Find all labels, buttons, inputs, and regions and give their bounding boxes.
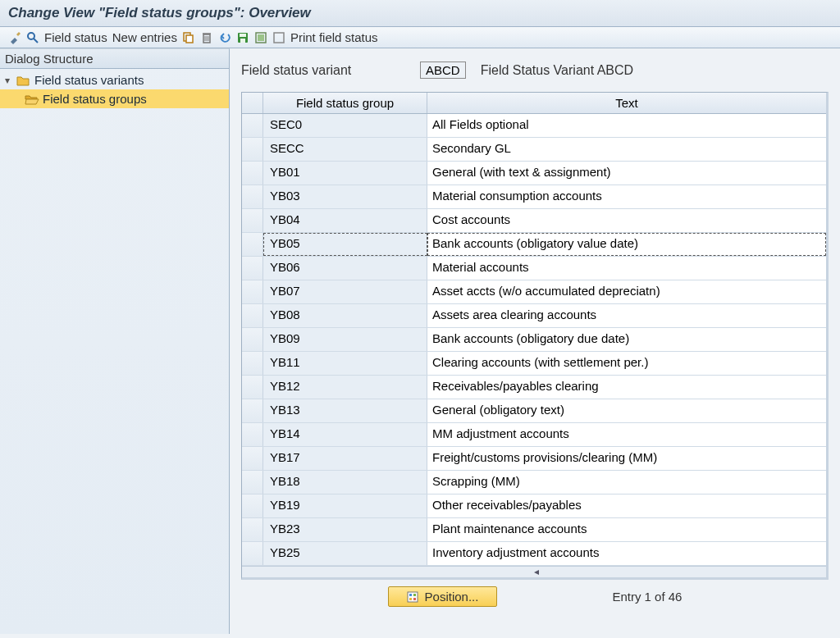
cell-text[interactable]: MM adjustment accounts xyxy=(427,423,826,446)
delete-icon[interactable] xyxy=(200,31,213,44)
cell-code[interactable]: YB08 xyxy=(263,304,427,327)
row-selector[interactable] xyxy=(242,280,263,303)
scroll-left-icon[interactable]: ◂ xyxy=(534,566,539,577)
field-status-action[interactable]: Field status xyxy=(44,30,107,44)
cell-code[interactable]: YB11 xyxy=(263,352,427,375)
save-icon[interactable] xyxy=(236,31,249,44)
column-header-text[interactable]: Text xyxy=(427,93,826,113)
undo-icon[interactable] xyxy=(218,31,231,44)
cell-text[interactable]: Assets area clearing accounts xyxy=(427,304,826,327)
table-row[interactable]: YB14MM adjustment accounts xyxy=(242,423,826,447)
table-row[interactable]: YB17Freight/customs provisions/clearing … xyxy=(242,447,826,471)
row-selector[interactable] xyxy=(242,328,263,351)
row-selector[interactable] xyxy=(242,471,263,494)
row-selector[interactable] xyxy=(242,233,263,256)
table-row[interactable]: YB25Inventory adjustment accounts xyxy=(242,542,826,566)
row-selector[interactable] xyxy=(242,138,263,161)
row-selector[interactable] xyxy=(242,257,263,280)
cell-text[interactable]: Material accounts xyxy=(427,257,826,280)
cell-text[interactable]: Inventory adjustment accounts xyxy=(427,542,826,565)
cell-code[interactable]: YB12 xyxy=(263,376,427,399)
tree-collapse-icon[interactable]: ▾ xyxy=(5,75,13,86)
table-row[interactable]: YB18Scrapping (MM) xyxy=(242,471,826,494)
table-row[interactable]: YB03Material consumption accounts xyxy=(242,185,826,209)
row-selector[interactable] xyxy=(242,542,263,565)
cell-code[interactable]: YB13 xyxy=(263,399,427,422)
cell-code[interactable]: YB03 xyxy=(263,185,427,208)
row-selector[interactable] xyxy=(242,114,263,137)
table-row[interactable]: SEC0All Fields optional xyxy=(242,114,826,138)
toggle-display-change-icon[interactable] xyxy=(8,31,21,44)
table-row[interactable]: YB07Asset accts (w/o accumulated depreci… xyxy=(242,280,826,304)
cell-text[interactable]: General (obligatory text) xyxy=(427,399,826,422)
cell-text[interactable]: Bank accounts (obligatory due date) xyxy=(427,328,826,351)
table-header-row: Field status group Text xyxy=(242,93,826,114)
cell-code[interactable]: YB17 xyxy=(263,447,427,470)
row-selector[interactable] xyxy=(242,209,263,232)
select-all-column[interactable] xyxy=(242,93,263,113)
cell-code[interactable]: YB25 xyxy=(263,542,427,565)
table-row[interactable]: YB11Clearing accounts (with settlement p… xyxy=(242,352,826,376)
print-field-status-action[interactable]: Print field status xyxy=(290,30,378,44)
row-selector[interactable] xyxy=(242,352,263,375)
row-selector[interactable] xyxy=(242,423,263,446)
cell-code[interactable]: YB23 xyxy=(263,518,427,541)
table-row[interactable]: YB12Receivables/payables clearing xyxy=(242,376,826,399)
cell-text[interactable]: Asset accts (w/o accumulated depreciatn) xyxy=(427,280,826,303)
tree-item-field-status-variants[interactable]: ▾ Field status variants xyxy=(0,71,229,89)
cell-text[interactable]: Scrapping (MM) xyxy=(427,471,826,494)
table-row[interactable]: YB04Cost accounts xyxy=(242,209,826,233)
cell-code[interactable]: YB07 xyxy=(263,280,427,303)
row-selector[interactable] xyxy=(242,304,263,327)
tree-item-field-status-groups[interactable]: Field status groups xyxy=(0,89,229,108)
cell-text[interactable]: Cost accounts xyxy=(427,209,826,232)
new-entries-action[interactable]: New entries xyxy=(112,30,177,44)
details-icon[interactable] xyxy=(26,31,39,44)
row-selector[interactable] xyxy=(242,376,263,399)
cell-text[interactable]: Secondary GL xyxy=(427,138,826,161)
cell-text[interactable]: Bank accounts (obligatory value date) xyxy=(427,233,826,256)
cell-text[interactable]: Receivables/payables clearing xyxy=(427,376,826,399)
table-row[interactable]: YB01General (with text & assignment) xyxy=(242,162,826,185)
row-selector[interactable] xyxy=(242,494,263,517)
table-row[interactable]: SECCSecondary GL xyxy=(242,138,826,162)
cell-text[interactable]: Freight/customs provisions/clearing (MM) xyxy=(427,447,826,470)
table-row[interactable]: YB19Other receivables/payables xyxy=(242,494,826,518)
cell-text[interactable]: Material consumption accounts xyxy=(427,185,826,208)
row-selector[interactable] xyxy=(242,447,263,470)
sidebar-header: Dialog Structure xyxy=(0,49,229,69)
cell-text[interactable]: All Fields optional xyxy=(427,114,826,137)
cell-text[interactable]: Other receivables/payables xyxy=(427,494,826,517)
horizontal-scrollbar[interactable]: ◂ xyxy=(242,566,826,577)
cell-code[interactable]: YB18 xyxy=(263,471,427,494)
table-row[interactable]: YB23Plant maintenance accounts xyxy=(242,518,826,542)
table-row[interactable]: YB06Material accounts xyxy=(242,257,826,280)
cell-code[interactable]: SEC0 xyxy=(263,114,427,137)
copy-as-icon[interactable] xyxy=(182,31,195,44)
cell-code[interactable]: YB14 xyxy=(263,423,427,446)
cell-code[interactable]: YB01 xyxy=(263,162,427,185)
row-selector[interactable] xyxy=(242,185,263,208)
row-selector[interactable] xyxy=(242,399,263,422)
cell-text[interactable]: General (with text & assignment) xyxy=(427,162,826,185)
row-selector[interactable] xyxy=(242,162,263,185)
select-all-icon[interactable] xyxy=(254,31,267,44)
fsv-value[interactable]: ABCD xyxy=(420,62,466,79)
table-row[interactable]: YB09Bank accounts (obligatory due date) xyxy=(242,328,826,352)
cell-code[interactable]: YB05 xyxy=(263,233,427,256)
cell-code[interactable]: YB09 xyxy=(263,328,427,351)
page-title: Change View "Field status groups": Overv… xyxy=(0,0,840,27)
position-button[interactable]: Position... xyxy=(388,586,498,607)
table-row[interactable]: YB05Bank accounts (obligatory value date… xyxy=(242,233,826,257)
column-header-code[interactable]: Field status group xyxy=(263,93,427,113)
cell-code[interactable]: YB19 xyxy=(263,494,427,517)
table-row[interactable]: YB13General (obligatory text) xyxy=(242,399,826,423)
table-row[interactable]: YB08Assets area clearing accounts xyxy=(242,304,826,328)
cell-text[interactable]: Clearing accounts (with settlement per.) xyxy=(427,352,826,375)
row-selector[interactable] xyxy=(242,518,263,541)
cell-code[interactable]: YB06 xyxy=(263,257,427,280)
cell-code[interactable]: YB04 xyxy=(263,209,427,232)
cell-text[interactable]: Plant maintenance accounts xyxy=(427,518,826,541)
deselect-all-icon[interactable] xyxy=(272,31,285,44)
cell-code[interactable]: SECC xyxy=(263,138,427,161)
